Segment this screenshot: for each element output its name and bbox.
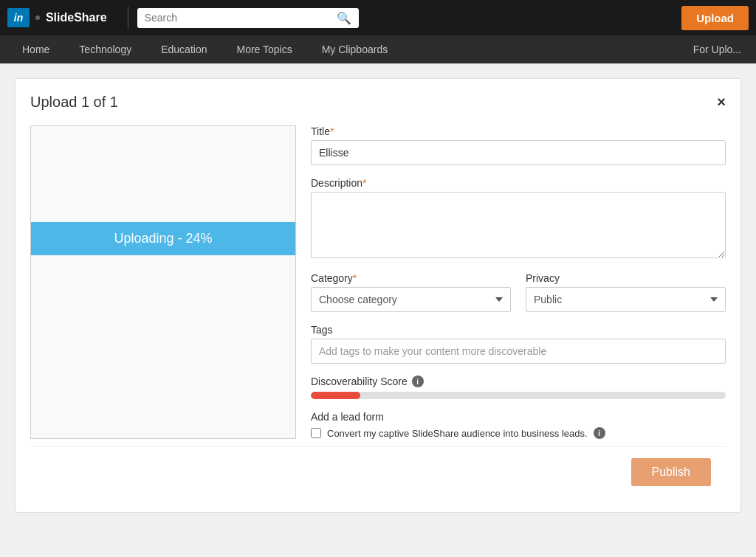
subnav-item-more-topics[interactable]: More Topics [221,35,306,63]
search-input[interactable] [145,12,337,24]
brand-name: SlideShare [46,11,107,24]
discoverability-group: Discoverability Score i [311,376,726,399]
category-label: Category* [311,272,511,284]
cat-required: * [353,272,357,284]
subnav-item-technology[interactable]: Technology [64,35,146,63]
lead-form-check-label: Convert my captive SlideShare audience i… [327,428,588,439]
lead-info-icon[interactable]: i [594,427,605,439]
form-area: Title* Description* Category* [311,125,726,439]
description-label: Description* [311,177,726,189]
tags-input[interactable] [311,339,726,364]
upload-header: Upload 1 of 1 × [30,94,726,111]
subnav-item-education[interactable]: Education [146,35,221,63]
tags-label: Tags [311,324,726,336]
subnav: Home Technology Education More Topics My… [0,35,756,63]
navbar: in ® SlideShare 🔍 Upload [0,0,756,35]
title-label: Title* [311,125,726,137]
score-bar-fill [311,392,360,399]
linkedin-logo: in [7,8,30,27]
title-input[interactable] [311,140,726,165]
upload-footer: Publish [30,446,726,497]
discoverability-info-icon[interactable]: i [412,376,424,387]
progress-label: Uploading - 24% [31,222,295,255]
title-required: * [330,125,334,137]
preview-area: Uploading - 24% [30,125,296,439]
subnav-right-label: For Uplo... [686,44,749,55]
description-group: Description* [311,177,726,260]
category-privacy-row: Category* Choose category Business Techn… [311,272,726,324]
discoverability-label-row: Discoverability Score i [311,376,726,387]
description-textarea[interactable] [311,192,726,258]
nav-divider [128,7,128,29]
main-content: Upload 1 of 1 × Uploading - 24% Title* [0,63,756,557]
privacy-group: Privacy Public Private [526,272,726,312]
brand-dot: ® [35,15,40,21]
publish-button[interactable]: Publish [631,458,711,486]
upload-title: Upload 1 of 1 [30,94,118,111]
lead-form-checkbox[interactable] [311,428,321,438]
close-button[interactable]: × [717,94,726,111]
lead-form-check-row: Convert my captive SlideShare audience i… [311,427,726,439]
upload-body: Uploading - 24% Title* Description* [30,125,726,439]
preview-top [31,126,295,222]
upload-panel: Upload 1 of 1 × Uploading - 24% Title* [15,78,741,513]
subnav-item-home[interactable]: Home [7,35,64,63]
privacy-select[interactable]: Public Private [526,287,726,312]
discoverability-text: Discoverability Score [311,376,408,387]
subnav-item-my-clipboards[interactable]: My Clipboards [307,35,402,63]
tags-group: Tags [311,324,726,364]
privacy-label: Privacy [526,272,726,284]
lead-form-title: Add a lead form [311,411,726,423]
preview-bottom [31,255,295,344]
lead-form-section: Add a lead form Convert my captive Slide… [311,411,726,439]
title-group: Title* [311,125,726,165]
score-bar-container [311,392,726,399]
category-select[interactable]: Choose category Business Technology Educ… [311,287,511,312]
search-bar: 🔍 [137,8,359,28]
category-group: Category* Choose category Business Techn… [311,272,511,312]
search-button[interactable]: 🔍 [337,11,351,25]
desc-required: * [362,177,366,189]
upload-button[interactable]: Upload [681,6,749,30]
brand: in ® SlideShare [7,8,107,27]
